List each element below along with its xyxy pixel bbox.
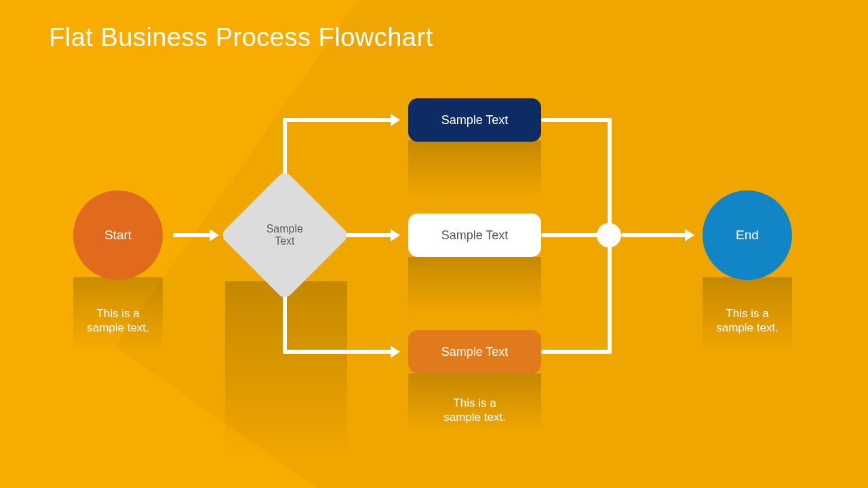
slide: Flat Business Process Flowchart Start Sa… [0, 0, 868, 488]
connector [621, 233, 686, 237]
branch-caption: This is asample text. [420, 396, 529, 425]
shadow [408, 257, 541, 314]
arrowhead-icon [685, 229, 694, 241]
join-node [597, 223, 621, 247]
decision-label: SampleText [267, 223, 303, 248]
end-node: End [703, 190, 792, 280]
connector [541, 350, 612, 354]
arrowhead-icon [391, 229, 400, 241]
slide-title: Flat Business Process Flowchart [49, 23, 433, 52]
branch-top-node: Sample Text [408, 98, 541, 142]
end-label: End [736, 228, 759, 243]
end-caption: This is asample text. [693, 306, 802, 336]
branch-bot-label: Sample Text [441, 345, 509, 359]
start-node: Start [73, 190, 163, 280]
arrowhead-icon [210, 229, 219, 241]
branch-top-label: Sample Text [441, 113, 509, 127]
connector [283, 118, 391, 122]
start-label: Start [104, 228, 132, 243]
arrowhead-icon [391, 114, 400, 126]
branch-bot-node: Sample Text [408, 330, 541, 373]
connector [283, 350, 391, 354]
start-caption: This is asample text. [64, 306, 172, 336]
branch-mid-label: Sample Text [441, 228, 509, 243]
connector [541, 118, 612, 122]
branch-mid-node: Sample Text [408, 214, 541, 257]
connector [173, 233, 210, 237]
arrowhead-icon [391, 346, 400, 358]
connector [344, 233, 392, 237]
shadow [408, 140, 541, 198]
